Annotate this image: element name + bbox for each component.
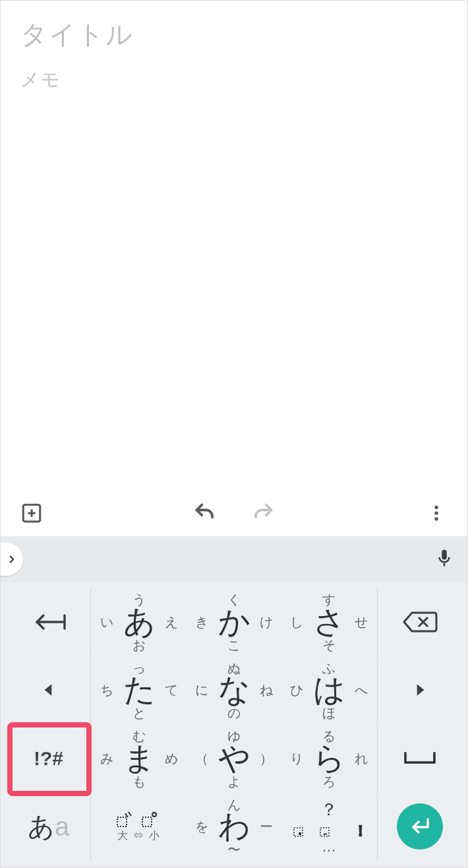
svg-point-17 — [152, 813, 156, 817]
enter-key[interactable] — [377, 793, 461, 861]
symbol-key[interactable]: !?# — [7, 725, 91, 792]
app-bottom-bar — [1, 490, 467, 536]
expand-suggestions-button[interactable] — [1, 543, 23, 576]
svg-rect-20 — [320, 828, 329, 836]
kana-key-a[interactable]: う い あ え お — [92, 588, 186, 656]
size-toggle-label: 大 ⇔ 小 — [117, 829, 161, 843]
svg-marker-12 — [417, 685, 424, 696]
redo-icon — [249, 499, 277, 527]
body-input-placeholder[interactable]: メモ — [20, 67, 448, 92]
kana-key-na[interactable]: ぬ に な ね の — [187, 657, 281, 724]
svg-point-4 — [434, 511, 438, 515]
mode-switch-key[interactable]: あa — [7, 793, 91, 861]
title-input-placeholder[interactable]: タイトル — [20, 16, 448, 53]
kana-key-ka[interactable]: く き か け こ — [187, 588, 281, 656]
add-box-icon[interactable] — [18, 499, 45, 527]
svg-rect-13 — [117, 817, 127, 826]
cursor-right-key[interactable] — [377, 657, 461, 724]
punct-down: … — [322, 838, 336, 855]
svg-text:！: ！ — [353, 822, 365, 838]
more-vert-icon[interactable] — [423, 499, 450, 527]
mic-icon[interactable] — [434, 547, 454, 572]
note-editor[interactable]: タイトル メモ — [1, 1, 467, 536]
kana-key-ta[interactable]: っ ち た て と — [92, 657, 186, 724]
undo-icon[interactable] — [191, 499, 219, 527]
svg-marker-11 — [44, 685, 51, 696]
space-key[interactable] — [377, 725, 461, 792]
mode-inactive: a — [55, 812, 69, 842]
kana-key-wa[interactable]: ん を わ ー 〜 — [187, 793, 281, 861]
svg-point-19 — [299, 832, 301, 835]
svg-rect-18 — [294, 828, 303, 836]
svg-point-5 — [434, 517, 438, 521]
kana-key-ma[interactable]: む み ま め も — [92, 725, 186, 792]
suggestion-strip — [1, 536, 467, 582]
kana-key-sa[interactable]: す し さ せ そ — [282, 588, 376, 656]
kana-key-ya[interactable]: ゆ （ や ） よ — [187, 725, 281, 792]
keyboard: う い あ え お く き か け こ す し さ せ そ っ ち — [1, 582, 467, 867]
svg-rect-16 — [142, 817, 152, 826]
reverse-tab-key[interactable] — [7, 588, 91, 656]
kana-key-ha[interactable]: ふ ひ は へ ほ — [282, 657, 376, 724]
dakuten-marks — [116, 811, 162, 828]
svg-line-15 — [129, 812, 131, 816]
kana-key-ra[interactable]: る り ら れ ろ — [282, 725, 376, 792]
svg-point-3 — [434, 506, 438, 510]
backspace-key[interactable] — [377, 588, 461, 656]
mode-active: あ — [28, 809, 55, 845]
dakuten-key[interactable]: 大 ⇔ 小 — [92, 793, 186, 861]
punct-up: ？ — [320, 798, 337, 821]
punctuation-key[interactable]: ？ ！ … — [282, 793, 376, 861]
svg-rect-6 — [444, 563, 446, 567]
cursor-left-key[interactable] — [7, 657, 91, 724]
punct-row: ！ — [293, 821, 365, 838]
